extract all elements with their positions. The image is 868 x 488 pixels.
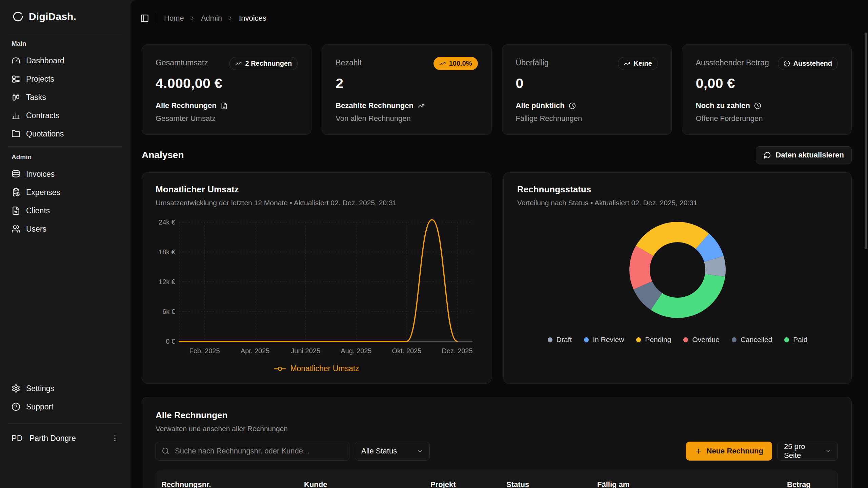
sidebar: DigiDash. Main Dashboard Projects Tasks … (0, 0, 130, 488)
folder-icon (12, 129, 20, 138)
app-logo[interactable]: DigiDash. (7, 0, 124, 33)
svg-text:Feb. 2025: Feb. 2025 (189, 347, 220, 355)
breadcrumb-current: Invoices (239, 14, 266, 23)
svg-text:Aug. 2025: Aug. 2025 (341, 347, 371, 355)
breadcrumb-admin[interactable]: Admin (201, 14, 222, 23)
legend-dot (584, 337, 589, 342)
trending-up-icon (624, 60, 630, 67)
legend-item-pending: Pending (636, 336, 671, 344)
svg-text:12k €: 12k € (159, 278, 175, 285)
clipboard-clock-icon (12, 188, 20, 197)
page-size-select[interactable]: 25 pro Seite (778, 442, 838, 461)
chevron-right-icon (189, 15, 196, 21)
svg-text:0 €: 0 € (166, 338, 175, 345)
clock-icon (754, 102, 761, 109)
new-invoice-button[interactable]: Neue Rechnung (686, 442, 772, 461)
sidebar-item-invoices[interactable]: Invoices (7, 165, 124, 183)
sidebar-item-quotations[interactable]: Quotations (7, 125, 124, 143)
sidebar-section-admin: Admin Invoices Expenses Clients Users (7, 147, 124, 238)
logo-ring-icon (12, 11, 24, 22)
app-title: DigiDash. (29, 11, 76, 22)
table-title: Alle Rechnungen (156, 410, 838, 421)
legend-item-paid: Paid (784, 336, 807, 344)
invoice-search (156, 442, 349, 461)
file-icon (12, 206, 20, 215)
sidebar-item-support[interactable]: Support (7, 398, 124, 416)
analysen-header: Analysen Daten aktualisieren (142, 146, 852, 164)
chart-subtitle: Umsatzentwicklung der letzten 12 Monate … (156, 199, 478, 207)
line-legend-icon (274, 366, 286, 372)
legend-item-cancelled: Cancelled (732, 336, 772, 344)
sidebar-item-dashboard[interactable]: Dashboard (7, 51, 124, 70)
main-panel: Home Admin Invoices Gesamtumsatz 2 Rechn… (130, 0, 868, 488)
line-legend-label: Monatlicher Umsatz (290, 364, 359, 373)
refresh-data-button[interactable]: Daten aktualisieren (756, 146, 852, 164)
file-text-icon (221, 102, 228, 109)
legend-label: Pending (645, 336, 671, 344)
app-root: DigiDash. Main Dashboard Projects Tasks … (0, 0, 868, 488)
stat-card-gesamtumsatz: Gesamtumsatz 2 Rechnungen 4.000,00 € All… (142, 44, 311, 135)
stat-card-ausstehend: Ausstehender Betrag Ausstehend 0,00 € No… (682, 44, 852, 135)
column-header-betrag: Betrag (787, 480, 838, 488)
status-badge: Keine (618, 57, 658, 70)
sidebar-item-projects[interactable]: Projects (7, 70, 124, 88)
search-icon (162, 447, 169, 455)
sidebar-item-clients[interactable]: Clients (7, 201, 124, 220)
stat-card-ueberfaellig: Überfällig Keine 0 Alle pünktlich Fällig… (502, 44, 672, 135)
chevron-right-icon (227, 15, 234, 21)
stat-label: Ausstehender Betrag (696, 57, 769, 67)
trending-up-icon (235, 60, 242, 67)
svg-text:Juni 2025: Juni 2025 (291, 347, 320, 355)
charts-row: Monatlicher Umsatz Umsatzentwicklung der… (142, 172, 852, 384)
more-vertical-icon[interactable] (111, 434, 119, 442)
svg-text:Dez. 2025: Dez. 2025 (442, 347, 472, 355)
line-chart: 24k €18k €12k €6k €0 €Feb. 2025Apr. 2025… (156, 214, 478, 361)
stat-label: Überfällig (516, 57, 549, 67)
sidebar-footer: Settings Support PD Parth Dongre (7, 379, 124, 488)
search-input[interactable] (156, 442, 349, 461)
column-header-kunde: Kunde (304, 480, 430, 488)
legend-label: Overdue (692, 336, 720, 344)
sidebar-item-tasks[interactable]: Tasks (7, 88, 124, 106)
gear-icon (12, 384, 20, 393)
database-icon (12, 170, 20, 178)
sidebar-item-users[interactable]: Users (7, 220, 124, 238)
sidebar-item-settings[interactable]: Settings (7, 379, 124, 398)
sidebar-item-contracts[interactable]: Contracts (7, 106, 124, 125)
clock-icon (569, 102, 576, 109)
chevron-down-icon (417, 448, 423, 454)
scrollbar-thumb[interactable] (865, 33, 867, 249)
status-badge: 2 Rechnungen (229, 57, 298, 70)
column-header-rechnungsnr: Rechnungsnr. (161, 480, 304, 488)
chart-subtitle: Verteilung nach Status • Aktualisiert 02… (517, 199, 838, 207)
line-chart-svg: 24k €18k €12k €6k €0 €Feb. 2025Apr. 2025… (156, 214, 478, 359)
donut-chart (517, 219, 838, 321)
donut-chart-svg (627, 219, 728, 321)
stat-value: 0 (516, 76, 658, 91)
svg-text:6k €: 6k € (162, 308, 175, 315)
trending-up-icon (439, 60, 446, 67)
users-icon (12, 225, 20, 233)
chart-title: Rechnungsstatus (517, 184, 838, 195)
section-title-analysen: Analysen (142, 150, 184, 161)
sidebar-divider (8, 423, 122, 424)
donut-legend: DraftIn ReviewPendingOverdueCancelledPai… (517, 336, 838, 344)
table-subtitle: Verwalten und ansehen aller Rechnungen (156, 425, 838, 433)
svg-text:24k €: 24k € (159, 218, 175, 226)
sidebar-item-expenses[interactable]: Expenses (7, 183, 124, 201)
svg-text:Apr. 2025: Apr. 2025 (241, 347, 270, 355)
status-filter-select[interactable]: Alle Status (355, 442, 430, 461)
legend-item-draft: Draft (548, 336, 572, 344)
invoices-table-card: Alle Rechnungen Verwalten und ansehen al… (142, 397, 852, 488)
stat-label: Bezahlt (336, 57, 362, 67)
legend-dot (732, 337, 736, 342)
gauge-icon (12, 56, 20, 65)
line-chart-legend: Monatlicher Umsatz (156, 364, 478, 373)
legend-dot (683, 337, 688, 342)
clock-icon (784, 60, 790, 67)
sidebar-toggle-button[interactable] (138, 12, 152, 25)
user-menu[interactable]: PD Parth Dongre (7, 428, 124, 448)
status-chart-card: Rechnungsstatus Verteilung nach Status •… (503, 172, 852, 384)
breadcrumb-home[interactable]: Home (164, 14, 184, 23)
stat-value: 2 (336, 76, 478, 91)
